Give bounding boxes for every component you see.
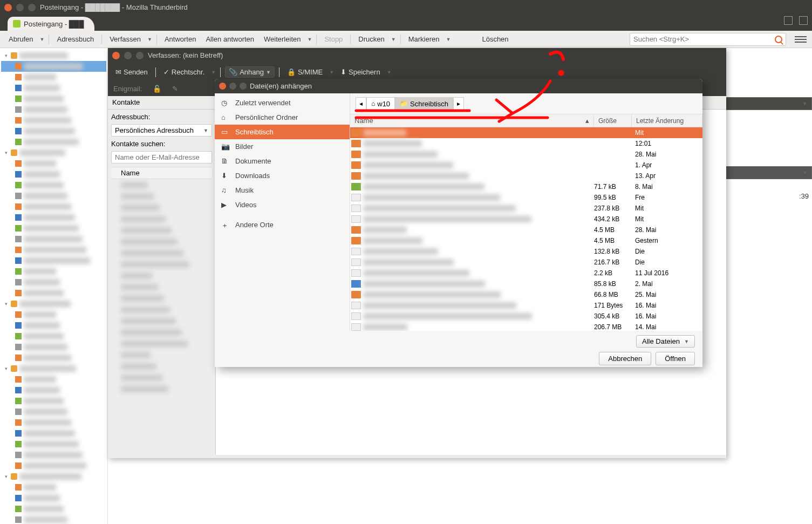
markieren-button[interactable]: Markieren [405, 33, 443, 45]
folder-tree[interactable]: ▾ ▾▾▾▾ [0, 48, 108, 524]
smime-button[interactable]: 🔒 S/MIME [284, 66, 326, 78]
place-video[interactable]: ▶Videos [215, 198, 350, 212]
place-music[interactable]: ♫Musik [215, 183, 350, 198]
tasks-icon[interactable] [799, 16, 808, 25]
window-close-icon[interactable] [4, 4, 12, 11]
col-modified[interactable]: Letzte Änderung [632, 114, 702, 127]
file-row[interactable]: 4.5 MBGestern [350, 235, 702, 246]
place-plus[interactable]: ＋Andere Orte [215, 217, 350, 232]
window-max-icon[interactable] [28, 4, 36, 11]
weiterleiten-button[interactable]: Weiterleiten [261, 33, 304, 45]
place-clock[interactable]: ◷Zuletzt verwendet [215, 96, 350, 110]
file-row[interactable]: 66.8 MB25. Mai [350, 289, 702, 300]
contacts-sidebar: Adressbuch: Persönliches Adressbuch▼ Kon… [108, 110, 216, 455]
contact-row[interactable] [111, 315, 212, 326]
file-row[interactable]: 4.5 MB28. Mai [350, 224, 702, 235]
abbrechen-button[interactable]: Abbrechen [599, 352, 651, 365]
contact-row[interactable] [111, 383, 212, 394]
contact-row[interactable] [111, 258, 212, 270]
kontakte-search[interactable] [111, 151, 212, 164]
contact-row[interactable] [111, 213, 212, 224]
file-row[interactable]: 12:01 [350, 138, 702, 149]
file-row[interactable]: 71.7 kB8. Mai [350, 181, 702, 192]
contact-row[interactable] [111, 338, 212, 349]
contacts-name-header[interactable]: Name [111, 167, 212, 179]
contact-row[interactable] [111, 202, 212, 213]
file-row[interactable]: 13. Apr [350, 171, 702, 181]
contact-row[interactable] [111, 281, 212, 292]
allen-antworten-button[interactable]: Allen antworten [202, 33, 257, 45]
place-doc[interactable]: 🗎Dokumente [215, 154, 350, 168]
lock-icon[interactable]: 🔓 [153, 85, 161, 93]
path-home[interactable]: ⌂w10 [366, 97, 395, 110]
tab-inbox[interactable]: Posteingang - ███ [8, 17, 94, 31]
stopp-button: Stopp [321, 33, 346, 45]
search-icon[interactable] [775, 36, 782, 43]
file-row[interactable]: 2.2 kB11 Jul 2016 [350, 268, 702, 278]
file-row[interactable]: 216.7 kBDie [350, 257, 702, 268]
appmenu-button[interactable] [795, 36, 807, 43]
file-row[interactable]: 237.8 kBMit [350, 203, 702, 214]
place-down[interactable]: ⬇Downloads [215, 168, 350, 183]
contact-search-input[interactable] [115, 153, 208, 161]
dialog-close-icon[interactable] [219, 83, 226, 90]
file-row[interactable]: 206.7 MB14. Mai [350, 322, 702, 331]
compose-max-icon[interactable] [136, 52, 144, 59]
contact-row[interactable] [111, 326, 212, 338]
contact-row[interactable] [111, 360, 212, 372]
place-desktop[interactable]: ▭Schreibtisch [215, 125, 350, 139]
senden-button[interactable]: ✉ Senden [112, 66, 151, 78]
col-name[interactable]: Name▴ [350, 114, 594, 127]
contact-row[interactable] [111, 179, 212, 190]
rechtschr-button[interactable]: ✓ Rechtschr. [160, 66, 208, 78]
file-list-header[interactable]: Name▴ Größe Letzte Änderung [350, 114, 702, 127]
file-row[interactable]: 171 Bytes16. Mai [350, 300, 702, 311]
path-back[interactable]: ◂ [356, 97, 366, 110]
abrufen-button[interactable]: Abrufen [5, 33, 37, 45]
compose-close-icon[interactable] [112, 52, 120, 59]
adressbuch-select[interactable]: Persönliches Adressbuch▼ [111, 124, 212, 137]
anhang-button[interactable]: 📎 Anhang ▼ [225, 66, 275, 78]
file-list[interactable]: Mit12:0128. Mai1. Apr13. Apr71.7 kB8. Ma… [350, 127, 702, 331]
verfassen-button[interactable]: Verfassen [106, 33, 144, 45]
file-row[interactable]: Mit [350, 127, 702, 138]
file-row[interactable]: 1. Apr [350, 160, 702, 171]
file-filter-combo[interactable]: Alle Dateien▼ [636, 335, 695, 348]
contact-row[interactable] [111, 190, 212, 202]
path-forward[interactable]: ▸ [453, 97, 464, 110]
contact-row[interactable] [111, 236, 212, 247]
file-row[interactable]: 85.8 kB2. Mai [350, 278, 702, 289]
contact-row[interactable] [111, 224, 212, 236]
video-icon: ▶ [221, 201, 230, 209]
tabstrip: Posteingang - ███ [0, 15, 812, 31]
dialog-max-icon[interactable] [240, 83, 247, 90]
path-current[interactable]: 📁Schreibtisch [395, 97, 453, 110]
contact-row[interactable] [111, 292, 212, 304]
compose-min-icon[interactable] [124, 52, 132, 59]
file-row[interactable]: 434.2 kBMit [350, 214, 702, 224]
file-row[interactable]: 132.8 kBDie [350, 246, 702, 257]
contact-row[interactable] [111, 372, 212, 383]
global-search[interactable] [630, 33, 786, 46]
calendar-icon[interactable] [784, 16, 793, 25]
loeschen-button[interactable]: Löschen [479, 33, 511, 45]
pencil-icon[interactable]: ✎ [172, 85, 178, 93]
contact-row[interactable] [111, 304, 212, 315]
file-row[interactable]: 99.5 kBFre [350, 192, 702, 203]
antworten-button[interactable]: Antworten [161, 33, 200, 45]
window-min-icon[interactable] [16, 4, 24, 11]
dialog-min-icon[interactable] [229, 83, 236, 90]
file-row[interactable]: 28. Mai [350, 149, 702, 160]
contact-row[interactable] [111, 247, 212, 258]
speichern-button[interactable]: ⬇ Speichern [337, 66, 384, 78]
oeffnen-button[interactable]: Öffnen [656, 352, 695, 365]
contact-row[interactable] [111, 270, 212, 281]
place-home[interactable]: ⌂Persönlicher Ordner [215, 110, 350, 125]
search-input[interactable] [633, 35, 775, 43]
adressbuch-button[interactable]: Adressbuch [53, 33, 97, 45]
file-row[interactable]: 305.4 kB16. Mai [350, 311, 702, 322]
drucken-button[interactable]: Drucken [355, 33, 387, 45]
col-size[interactable]: Größe [594, 114, 632, 127]
place-camera[interactable]: 📷Bilder [215, 139, 350, 154]
contact-row[interactable] [111, 349, 212, 360]
